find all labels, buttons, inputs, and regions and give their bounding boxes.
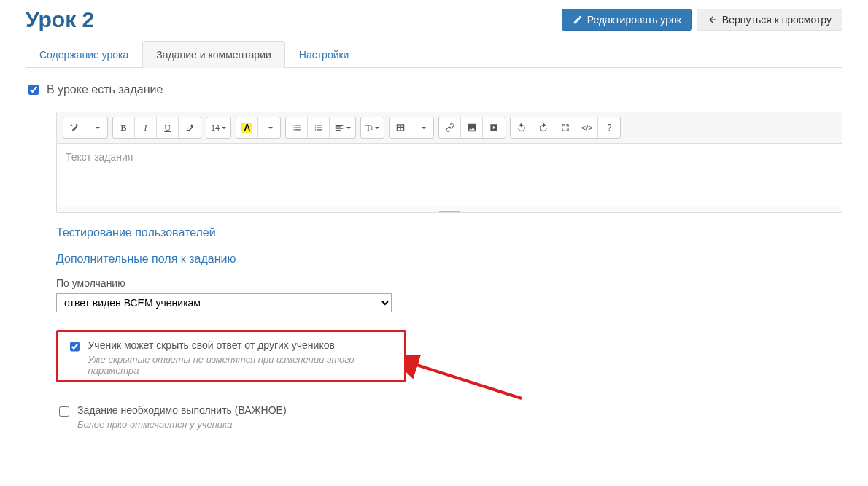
visibility-select[interactable]: ответ виден ВСЕМ ученикам [56, 293, 392, 312]
test-users-link[interactable]: Тестирование пользователей [56, 226, 842, 239]
fullscreen-icon[interactable] [554, 117, 576, 138]
table-icon[interactable] [390, 117, 411, 138]
tab-content[interactable]: Содержание урока [26, 41, 142, 68]
page-title: Урок 2 [26, 7, 94, 32]
task-editor: B I U 14 A TI [56, 112, 842, 213]
important-task-hint: Более ярко отмечается у ученика [77, 419, 287, 430]
edit-lesson-button[interactable]: Редактировать урок [562, 9, 692, 31]
tabs: Содержание урока Задание и комментарии Н… [26, 41, 842, 68]
highlighted-option: Ученик может скрыть свой ответ от других… [56, 330, 406, 382]
tab-settings[interactable]: Настройки [285, 41, 363, 68]
resize-handle[interactable] [57, 207, 842, 212]
list-ol-icon[interactable] [308, 117, 330, 138]
eraser-icon[interactable] [179, 117, 201, 138]
video-icon[interactable] [483, 117, 505, 138]
header-actions: Редактировать урок Вернуться к просмотру [562, 9, 842, 31]
align-dropdown[interactable] [330, 117, 355, 138]
undo-icon[interactable] [511, 117, 532, 138]
student-hide-label: Ученик может скрыть свой ответ от других… [88, 339, 395, 351]
student-hide-checkbox[interactable] [70, 342, 80, 352]
back-to-view-label: Вернуться к просмотру [722, 14, 832, 26]
magic-icon[interactable] [63, 117, 85, 138]
list-ul-icon[interactable] [286, 117, 308, 138]
edit-lesson-label: Редактировать урок [587, 14, 681, 26]
svg-line-0 [412, 363, 522, 398]
important-task-checkbox[interactable] [59, 406, 69, 417]
redo-icon[interactable] [532, 117, 554, 138]
underline-button[interactable]: U [157, 117, 179, 138]
arrow-left-icon [708, 15, 718, 25]
edit-icon [573, 15, 583, 25]
table-dropdown[interactable] [411, 117, 433, 138]
has-task-checkbox[interactable] [28, 85, 39, 95]
help-icon[interactable]: ? [598, 117, 620, 138]
code-icon[interactable]: </> [576, 117, 598, 138]
important-task-label: Задание необходимо выполнить (ВАЖНОЕ) [77, 404, 287, 416]
default-label: По умолчанию [56, 277, 842, 289]
fontsize-dropdown[interactable]: 14 [206, 117, 230, 138]
text-style-dropdown[interactable]: TI [361, 117, 384, 138]
font-color-button[interactable]: A [236, 117, 258, 138]
editor-toolbar: B I U 14 A TI [57, 112, 842, 144]
magic-dropdown[interactable] [85, 117, 107, 138]
tab-task[interactable]: Задание и комментарии [142, 41, 284, 68]
editor-textarea[interactable]: Текст задания [57, 144, 842, 207]
annotation-arrow [405, 355, 529, 406]
extra-fields-link[interactable]: Дополнительные поля к заданию [56, 252, 842, 266]
link-icon[interactable] [439, 117, 461, 138]
italic-button[interactable]: I [135, 117, 157, 138]
has-task-label: В уроке есть задание [47, 83, 163, 96]
student-hide-hint: Уже скрытые ответы не изменятся при изме… [88, 354, 395, 376]
back-to-view-button[interactable]: Вернуться к просмотру [697, 9, 842, 31]
bold-button[interactable]: B [113, 117, 135, 138]
image-icon[interactable] [461, 117, 483, 138]
font-color-dropdown[interactable] [258, 117, 280, 138]
